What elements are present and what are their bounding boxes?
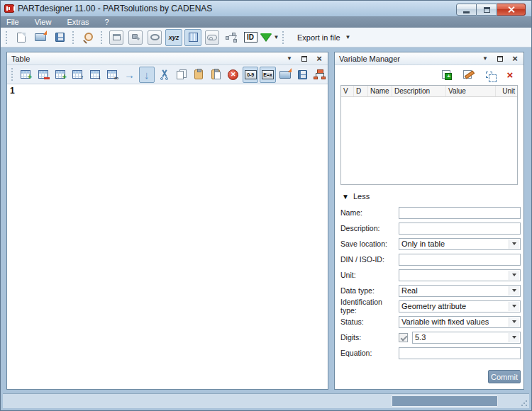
form-row-name: Name: xyxy=(335,205,523,220)
status-select[interactable]: Variable with fixed values xyxy=(399,316,521,328)
combo-dropdown-button[interactable] xyxy=(509,271,519,280)
data-type-select[interactable]: Real xyxy=(399,285,521,297)
add-variable-button[interactable]: + xyxy=(440,68,453,81)
app-icon xyxy=(4,4,14,13)
combo-dropdown-button[interactable] xyxy=(509,333,519,342)
id-button[interactable]: ID xyxy=(242,29,259,46)
equation-field[interactable] xyxy=(399,347,521,359)
menu-help[interactable]: ? xyxy=(105,18,109,26)
zoom-button[interactable] xyxy=(79,29,96,46)
digits-select[interactable]: 5.3 xyxy=(412,332,521,344)
save-icon xyxy=(298,70,307,79)
form-row-equation: Equation: xyxy=(335,345,523,361)
maximize-button[interactable] xyxy=(477,4,497,16)
paste-button[interactable] xyxy=(191,67,206,83)
sketch-button[interactable] xyxy=(146,29,163,46)
check-button[interactable]: ▼ xyxy=(261,29,278,46)
form-row-identification-type: Identification type: Geometry attribute xyxy=(335,298,523,314)
commit-button[interactable]: Commit xyxy=(488,370,521,383)
copy-button[interactable] xyxy=(173,67,189,83)
add-column-button[interactable]: + xyxy=(18,67,33,83)
panel-menu-button[interactable]: ▼ xyxy=(481,55,489,63)
equation-mode-button[interactable]: E=x xyxy=(260,67,275,83)
menu-bar: File View Extras ? xyxy=(1,16,531,28)
panel-menu-button[interactable]: ▼ xyxy=(285,55,294,63)
new-file-button[interactable] xyxy=(13,29,30,46)
close-button[interactable] xyxy=(497,4,526,16)
assembly-button[interactable] xyxy=(223,29,240,46)
chevron-down-icon xyxy=(512,274,516,276)
move-row-up-button[interactable]: ↑ xyxy=(70,67,85,83)
less-expander[interactable]: ▼ Less xyxy=(342,192,523,201)
combo-dropdown-button[interactable] xyxy=(509,317,519,327)
status-bar xyxy=(3,393,529,408)
save-location-select[interactable]: Only in table xyxy=(399,238,521,250)
transfer-down-button[interactable]: ↓ xyxy=(139,67,155,83)
toolbar-grip xyxy=(11,68,14,81)
variables-view-button[interactable]: xyz xyxy=(165,29,182,46)
column-header-v[interactable]: V xyxy=(341,86,354,96)
paste-special-icon xyxy=(211,69,220,79)
identification-type-select[interactable]: Geometry attribute xyxy=(399,300,521,313)
dialog-designer-button[interactable] xyxy=(108,29,125,46)
save-button[interactable] xyxy=(51,29,68,46)
delete-variable-button[interactable]: × xyxy=(504,68,516,81)
panel-maximize-button[interactable] xyxy=(496,55,504,63)
chevron-down-icon xyxy=(512,242,516,245)
panel-maximize-button[interactable] xyxy=(300,55,309,63)
delete-row-button[interactable] xyxy=(35,67,50,83)
column-header-value[interactable]: Value xyxy=(446,86,496,96)
magnifier-icon xyxy=(82,32,94,43)
combo-dropdown-button[interactable] xyxy=(509,302,519,311)
column-header-name[interactable]: Name xyxy=(368,86,392,96)
chevron-down-icon: ▼ xyxy=(482,55,488,62)
minimize-button[interactable] xyxy=(456,4,477,16)
resize-grip[interactable] xyxy=(521,400,528,407)
digits-mode-button[interactable]: 0-9 xyxy=(243,67,258,83)
move-row-down-button[interactable]: ↓ xyxy=(87,67,103,83)
paste-special-button[interactable] xyxy=(208,67,223,83)
variable-list[interactable]: V D Name Description Value Unit xyxy=(340,85,518,185)
insert-row-button[interactable]: + xyxy=(52,67,68,83)
column-header-d[interactable]: D xyxy=(354,86,368,96)
description-field[interactable] xyxy=(399,223,521,235)
column-header-unit[interactable]: Unit xyxy=(496,86,517,96)
form-row-status: Status: Variable with fixed values xyxy=(335,314,523,330)
cut-button[interactable] xyxy=(156,67,172,83)
vm-panel-title: Variable Manager xyxy=(339,55,400,63)
xyz-coordinates-icon: xyz xyxy=(169,34,179,41)
din-iso-field[interactable] xyxy=(399,254,521,266)
equation-label: Equation: xyxy=(340,349,399,357)
delete-button[interactable]: ✕ xyxy=(226,67,241,83)
menu-file[interactable]: File xyxy=(6,18,19,26)
digits-checkbox[interactable] xyxy=(399,333,408,342)
table-structure-button[interactable] xyxy=(312,67,328,83)
feature-button[interactable] xyxy=(204,29,221,46)
menu-view[interactable]: View xyxy=(35,18,52,26)
name-field[interactable] xyxy=(399,207,521,219)
panel-close-button[interactable]: × xyxy=(315,55,323,63)
save-table-button[interactable] xyxy=(294,67,310,83)
edit-variable-button[interactable] xyxy=(461,68,474,81)
part-button[interactable] xyxy=(127,29,144,46)
table-panel-titlebar: Table ▼ × xyxy=(7,52,328,65)
table-search-button[interactable]: ∞ xyxy=(104,67,120,83)
form-row-digits: Digits: 5.3 xyxy=(335,330,523,345)
variable-list-body[interactable] xyxy=(341,97,517,184)
load-table-button[interactable] xyxy=(277,67,293,83)
combo-dropdown-button[interactable] xyxy=(509,286,519,295)
unit-select[interactable] xyxy=(399,269,521,281)
table-grid-area[interactable]: 1 xyxy=(7,84,328,389)
copy-variable-button[interactable] xyxy=(482,68,495,81)
menu-extras[interactable]: Extras xyxy=(67,18,89,26)
table-view-button[interactable] xyxy=(184,29,201,46)
digits-format-icon: 0-9 xyxy=(245,70,257,79)
combo-dropdown-button[interactable] xyxy=(509,240,519,249)
save-icon xyxy=(55,33,65,42)
data-type-label: Data type: xyxy=(340,286,399,295)
transfer-right-button[interactable]: → xyxy=(121,67,137,83)
open-file-button[interactable] xyxy=(32,29,49,46)
export-in-file-button[interactable]: Export in file ▼ xyxy=(289,29,354,46)
panel-close-button[interactable]: × xyxy=(511,55,519,63)
column-header-description[interactable]: Description xyxy=(392,86,446,96)
